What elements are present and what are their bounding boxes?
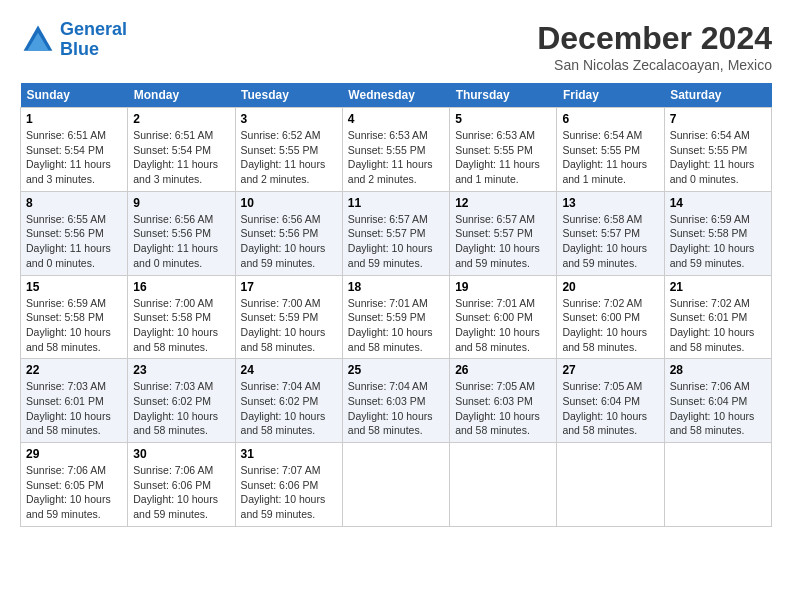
- day-number: 2: [133, 112, 229, 126]
- day-number: 14: [670, 196, 766, 210]
- calendar-day-cell: [557, 443, 664, 527]
- day-number: 31: [241, 447, 337, 461]
- day-number: 30: [133, 447, 229, 461]
- day-detail: Sunrise: 6:54 AM Sunset: 5:55 PM Dayligh…: [670, 128, 766, 187]
- month-title: December 2024: [537, 20, 772, 57]
- calendar-day-cell: [450, 443, 557, 527]
- page-header: General Blue December 2024 San Nicolas Z…: [20, 20, 772, 73]
- day-number: 24: [241, 363, 337, 377]
- day-number: 10: [241, 196, 337, 210]
- day-number: 25: [348, 363, 444, 377]
- day-number: 6: [562, 112, 658, 126]
- day-detail: Sunrise: 6:51 AM Sunset: 5:54 PM Dayligh…: [133, 128, 229, 187]
- calendar-week-row: 15Sunrise: 6:59 AM Sunset: 5:58 PM Dayli…: [21, 275, 772, 359]
- calendar-day-cell: 1Sunrise: 6:51 AM Sunset: 5:54 PM Daylig…: [21, 108, 128, 192]
- day-number: 7: [670, 112, 766, 126]
- day-detail: Sunrise: 7:03 AM Sunset: 6:02 PM Dayligh…: [133, 379, 229, 438]
- day-detail: Sunrise: 7:05 AM Sunset: 6:03 PM Dayligh…: [455, 379, 551, 438]
- weekday-header-saturday: Saturday: [664, 83, 771, 108]
- calendar-day-cell: 23Sunrise: 7:03 AM Sunset: 6:02 PM Dayli…: [128, 359, 235, 443]
- day-detail: Sunrise: 7:04 AM Sunset: 6:02 PM Dayligh…: [241, 379, 337, 438]
- calendar-day-cell: 22Sunrise: 7:03 AM Sunset: 6:01 PM Dayli…: [21, 359, 128, 443]
- calendar-day-cell: 13Sunrise: 6:58 AM Sunset: 5:57 PM Dayli…: [557, 191, 664, 275]
- day-number: 8: [26, 196, 122, 210]
- day-detail: Sunrise: 6:53 AM Sunset: 5:55 PM Dayligh…: [455, 128, 551, 187]
- location: San Nicolas Zecalacoayan, Mexico: [537, 57, 772, 73]
- day-number: 11: [348, 196, 444, 210]
- calendar-day-cell: 27Sunrise: 7:05 AM Sunset: 6:04 PM Dayli…: [557, 359, 664, 443]
- day-number: 20: [562, 280, 658, 294]
- calendar-day-cell: 8Sunrise: 6:55 AM Sunset: 5:56 PM Daylig…: [21, 191, 128, 275]
- calendar-day-cell: 7Sunrise: 6:54 AM Sunset: 5:55 PM Daylig…: [664, 108, 771, 192]
- calendar-day-cell: 3Sunrise: 6:52 AM Sunset: 5:55 PM Daylig…: [235, 108, 342, 192]
- calendar-day-cell: 4Sunrise: 6:53 AM Sunset: 5:55 PM Daylig…: [342, 108, 449, 192]
- calendar-day-cell: 31Sunrise: 7:07 AM Sunset: 6:06 PM Dayli…: [235, 443, 342, 527]
- day-number: 5: [455, 112, 551, 126]
- calendar-day-cell: 5Sunrise: 6:53 AM Sunset: 5:55 PM Daylig…: [450, 108, 557, 192]
- day-detail: Sunrise: 6:53 AM Sunset: 5:55 PM Dayligh…: [348, 128, 444, 187]
- day-detail: Sunrise: 7:06 AM Sunset: 6:04 PM Dayligh…: [670, 379, 766, 438]
- calendar-day-cell: [342, 443, 449, 527]
- calendar-day-cell: 21Sunrise: 7:02 AM Sunset: 6:01 PM Dayli…: [664, 275, 771, 359]
- day-detail: Sunrise: 6:51 AM Sunset: 5:54 PM Dayligh…: [26, 128, 122, 187]
- day-detail: Sunrise: 6:54 AM Sunset: 5:55 PM Dayligh…: [562, 128, 658, 187]
- day-number: 13: [562, 196, 658, 210]
- calendar-day-cell: 16Sunrise: 7:00 AM Sunset: 5:58 PM Dayli…: [128, 275, 235, 359]
- day-number: 1: [26, 112, 122, 126]
- calendar-day-cell: 18Sunrise: 7:01 AM Sunset: 5:59 PM Dayli…: [342, 275, 449, 359]
- logo-line1: General: [60, 19, 127, 39]
- calendar-day-cell: 24Sunrise: 7:04 AM Sunset: 6:02 PM Dayli…: [235, 359, 342, 443]
- logo-line2: Blue: [60, 39, 99, 59]
- calendar-day-cell: 25Sunrise: 7:04 AM Sunset: 6:03 PM Dayli…: [342, 359, 449, 443]
- day-number: 18: [348, 280, 444, 294]
- day-detail: Sunrise: 6:58 AM Sunset: 5:57 PM Dayligh…: [562, 212, 658, 271]
- day-number: 12: [455, 196, 551, 210]
- calendar-day-cell: 2Sunrise: 6:51 AM Sunset: 5:54 PM Daylig…: [128, 108, 235, 192]
- day-number: 15: [26, 280, 122, 294]
- weekday-header-wednesday: Wednesday: [342, 83, 449, 108]
- day-detail: Sunrise: 6:52 AM Sunset: 5:55 PM Dayligh…: [241, 128, 337, 187]
- weekday-header-tuesday: Tuesday: [235, 83, 342, 108]
- day-detail: Sunrise: 6:55 AM Sunset: 5:56 PM Dayligh…: [26, 212, 122, 271]
- day-detail: Sunrise: 6:59 AM Sunset: 5:58 PM Dayligh…: [26, 296, 122, 355]
- weekday-header-friday: Friday: [557, 83, 664, 108]
- weekday-header-thursday: Thursday: [450, 83, 557, 108]
- logo: General Blue: [20, 20, 127, 60]
- calendar-day-cell: 12Sunrise: 6:57 AM Sunset: 5:57 PM Dayli…: [450, 191, 557, 275]
- day-detail: Sunrise: 7:01 AM Sunset: 6:00 PM Dayligh…: [455, 296, 551, 355]
- day-number: 9: [133, 196, 229, 210]
- day-detail: Sunrise: 7:04 AM Sunset: 6:03 PM Dayligh…: [348, 379, 444, 438]
- calendar-day-cell: 15Sunrise: 6:59 AM Sunset: 5:58 PM Dayli…: [21, 275, 128, 359]
- calendar-day-cell: 14Sunrise: 6:59 AM Sunset: 5:58 PM Dayli…: [664, 191, 771, 275]
- day-number: 4: [348, 112, 444, 126]
- calendar-table: SundayMondayTuesdayWednesdayThursdayFrid…: [20, 83, 772, 527]
- calendar-day-cell: [664, 443, 771, 527]
- day-detail: Sunrise: 7:05 AM Sunset: 6:04 PM Dayligh…: [562, 379, 658, 438]
- day-detail: Sunrise: 7:03 AM Sunset: 6:01 PM Dayligh…: [26, 379, 122, 438]
- day-number: 23: [133, 363, 229, 377]
- calendar-week-row: 29Sunrise: 7:06 AM Sunset: 6:05 PM Dayli…: [21, 443, 772, 527]
- day-detail: Sunrise: 7:01 AM Sunset: 5:59 PM Dayligh…: [348, 296, 444, 355]
- day-number: 19: [455, 280, 551, 294]
- day-detail: Sunrise: 7:00 AM Sunset: 5:58 PM Dayligh…: [133, 296, 229, 355]
- calendar-day-cell: 26Sunrise: 7:05 AM Sunset: 6:03 PM Dayli…: [450, 359, 557, 443]
- day-detail: Sunrise: 7:02 AM Sunset: 6:01 PM Dayligh…: [670, 296, 766, 355]
- day-detail: Sunrise: 7:06 AM Sunset: 6:05 PM Dayligh…: [26, 463, 122, 522]
- day-number: 16: [133, 280, 229, 294]
- day-detail: Sunrise: 6:59 AM Sunset: 5:58 PM Dayligh…: [670, 212, 766, 271]
- logo-icon: [20, 22, 56, 58]
- calendar-week-row: 1Sunrise: 6:51 AM Sunset: 5:54 PM Daylig…: [21, 108, 772, 192]
- calendar-week-row: 8Sunrise: 6:55 AM Sunset: 5:56 PM Daylig…: [21, 191, 772, 275]
- day-number: 22: [26, 363, 122, 377]
- day-detail: Sunrise: 6:57 AM Sunset: 5:57 PM Dayligh…: [455, 212, 551, 271]
- day-number: 21: [670, 280, 766, 294]
- day-number: 17: [241, 280, 337, 294]
- calendar-day-cell: 6Sunrise: 6:54 AM Sunset: 5:55 PM Daylig…: [557, 108, 664, 192]
- day-number: 26: [455, 363, 551, 377]
- calendar-day-cell: 11Sunrise: 6:57 AM Sunset: 5:57 PM Dayli…: [342, 191, 449, 275]
- day-detail: Sunrise: 6:56 AM Sunset: 5:56 PM Dayligh…: [241, 212, 337, 271]
- day-number: 28: [670, 363, 766, 377]
- calendar-day-cell: 20Sunrise: 7:02 AM Sunset: 6:00 PM Dayli…: [557, 275, 664, 359]
- calendar-day-cell: 30Sunrise: 7:06 AM Sunset: 6:06 PM Dayli…: [128, 443, 235, 527]
- calendar-week-row: 22Sunrise: 7:03 AM Sunset: 6:01 PM Dayli…: [21, 359, 772, 443]
